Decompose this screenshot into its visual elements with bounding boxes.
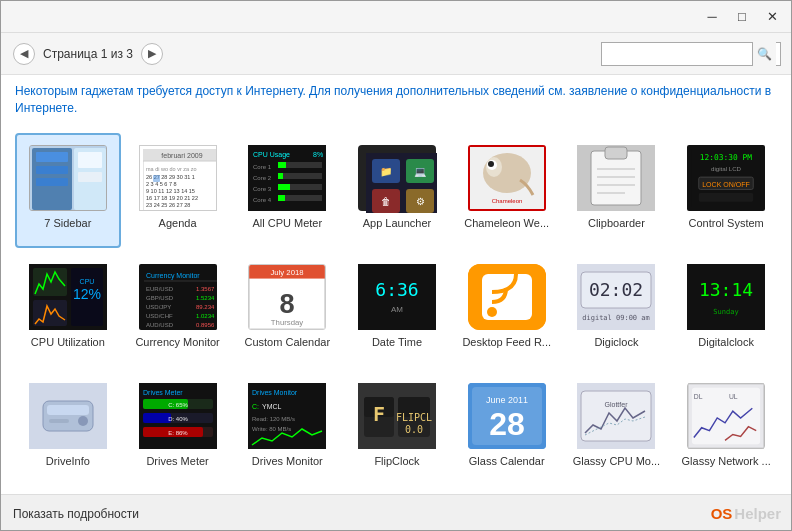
gadget-drives-monitor-label: Drives Monitor <box>252 455 323 468</box>
gadget-digitalclock[interactable]: 13:14 Sunday Digitalclock <box>673 252 779 367</box>
gadget-glassy-cpu[interactable]: Glottfer Glassy CPU Mo... <box>564 371 670 486</box>
title-bar-controls: ─ □ ✕ <box>699 7 785 27</box>
gadget-clipboarder-icon <box>576 143 656 213</box>
svg-text:E: 86%: E: 86% <box>168 430 188 436</box>
svg-text:Thursday: Thursday <box>271 318 303 327</box>
gadget-desktop-feed-icon <box>467 262 547 332</box>
svg-text:2  3  4  5  6  7  8: 2 3 4 5 6 7 8 <box>146 181 177 187</box>
svg-rect-62 <box>699 193 753 202</box>
gadget-app-launcher-label: App Launcher <box>363 217 432 230</box>
gadget-desktop-feed[interactable]: Desktop Feed R... <box>454 252 560 367</box>
gadget-grid: 7 Sidebar februari 2009 ma di wo do vr z… <box>1 125 792 494</box>
gadget-currency-monitor[interactable]: Currency Monitor EUR/USD 1.3567 GBP/USD … <box>125 252 231 367</box>
gadget-glass-cal[interactable]: June 2011 28 Glass Calendar <box>454 371 560 486</box>
svg-text:GBP/USD: GBP/USD <box>146 295 174 301</box>
svg-text:DL: DL <box>694 393 703 400</box>
svg-rect-27 <box>278 173 283 179</box>
svg-text:💻: 💻 <box>414 165 427 178</box>
svg-text:9 10 11 12 13 14 15: 9 10 11 12 13 14 15 <box>146 188 195 194</box>
logo-os-text: OS <box>711 505 733 522</box>
svg-text:0.8956: 0.8956 <box>196 322 215 328</box>
gadget-flipclock-icon: F FLIPCL 0.0 <box>357 381 437 451</box>
gadget-chameleon[interactable]: Chameleon Chameleon We... <box>454 133 560 248</box>
svg-rect-4 <box>36 166 68 174</box>
gadget-chameleon-icon: Chameleon <box>467 143 547 213</box>
gadget-custom-cal-icon: July 2018 8 Thursday <box>247 262 327 332</box>
minimize-button[interactable]: ─ <box>699 7 725 27</box>
search-button[interactable]: 🔍 <box>752 42 776 66</box>
svg-rect-135 <box>581 391 651 441</box>
gadget-date-time-icon: 6:36 AM <box>357 262 437 332</box>
gadget-digiclock[interactable]: 02:02 digital 09:00 am Digiclock <box>564 252 670 367</box>
svg-text:July 2018: July 2018 <box>271 267 304 276</box>
svg-rect-102 <box>47 405 89 415</box>
svg-text:FLIPCL: FLIPCL <box>396 412 432 423</box>
title-bar: ─ □ ✕ <box>1 1 792 33</box>
gadget-control-system-label: Control System <box>689 217 764 230</box>
info-text: Некоторым гаджетам требуется доступ к Ин… <box>15 84 771 115</box>
info-bar: Некоторым гаджетам требуется доступ к Ин… <box>1 75 792 125</box>
svg-rect-30 <box>278 184 290 190</box>
gadget-cpu-util[interactable]: CPU 12% CPU Utilization <box>15 252 121 367</box>
svg-text:EUR/USD: EUR/USD <box>146 286 174 292</box>
gadget-custom-cal[interactable]: July 2018 8 Thursday Custom Calendar <box>234 252 340 367</box>
svg-text:Core 1: Core 1 <box>253 164 272 170</box>
gadget-drives-monitor[interactable]: Drives Monitor C: YMCL Read: 120 MB/s Wr… <box>234 371 340 486</box>
svg-rect-5 <box>36 178 68 186</box>
gadget-flipclock[interactable]: F FLIPCL 0.0 FlipClock <box>344 371 450 486</box>
gadget-currency-monitor-label: Currency Monitor <box>135 336 219 349</box>
svg-rect-26 <box>278 173 322 179</box>
bottom-bar: Показать подробности OS Helper <box>1 494 792 531</box>
svg-text:28: 28 <box>489 406 525 442</box>
gadget-agenda[interactable]: februari 2009 ma di wo do vr za zo 26 27… <box>125 133 231 248</box>
gadget-digitalclock-icon: 13:14 Sunday <box>686 262 766 332</box>
svg-rect-7 <box>78 172 102 182</box>
svg-text:Read: 120 MB/s: Read: 120 MB/s <box>252 416 295 422</box>
gadget-glassy-network[interactable]: DL UL Glassy Network ... <box>673 371 779 486</box>
svg-text:June 2011: June 2011 <box>486 395 528 405</box>
svg-text:89.234: 89.234 <box>196 304 215 310</box>
gadget-control-system[interactable]: 12:03:30 PM digital LCD LOCK ON/OFF Cont… <box>673 133 779 248</box>
svg-text:12:03:30 PM: 12:03:30 PM <box>700 153 753 162</box>
close-button[interactable]: ✕ <box>759 7 785 27</box>
svg-rect-33 <box>278 195 285 201</box>
gadget-date-time[interactable]: 6:36 AM Date Time <box>344 252 450 367</box>
svg-text:Currency Monitor: Currency Monitor <box>146 272 200 280</box>
svg-text:8: 8 <box>280 288 295 319</box>
gadget-flipclock-label: FlipClock <box>374 455 419 468</box>
gadget-app-launcher[interactable]: 📁 🗑 💻 ⚙ App Launcher <box>344 133 450 248</box>
gadgets-window: ─ □ ✕ ◀ Страница 1 из 3 ▶ 🔍 Некоторым га… <box>1 1 792 531</box>
prev-page-button[interactable]: ◀ <box>13 43 35 65</box>
gadget-driveinfo[interactable]: DriveInfo <box>15 371 121 486</box>
gadget-clipboarder[interactable]: Clipboarder <box>564 133 670 248</box>
gadget-drives-meter-label: Drives Meter <box>146 455 208 468</box>
gadget-glassy-cpu-label: Glassy CPU Mo... <box>573 455 660 468</box>
gadget-date-time-label: Date Time <box>372 336 422 349</box>
svg-text:LOCK ON/OFF: LOCK ON/OFF <box>702 180 750 187</box>
svg-text:6:36: 6:36 <box>375 279 418 300</box>
svg-text:Glottfer: Glottfer <box>605 401 629 408</box>
gadget-all-cpu-meter-icon: CPU Usage 8% Core 1 Core 2 Core 3 Core 4 <box>247 143 327 213</box>
svg-rect-104 <box>49 419 69 423</box>
gadget-glassy-network-icon: DL UL <box>686 381 766 451</box>
gadget-7sidebar-label: 7 Sidebar <box>44 217 91 230</box>
show-details-label: Показать подробности <box>13 507 139 521</box>
gadget-drives-meter[interactable]: Drives Meter C: 65% D: 40% E: 86% Drives… <box>125 371 231 486</box>
search-box: 🔍 <box>601 42 781 66</box>
gadget-all-cpu-meter[interactable]: CPU Usage 8% Core 1 Core 2 Core 3 Core 4 <box>234 133 340 248</box>
toolbar: ◀ Страница 1 из 3 ▶ 🔍 <box>1 33 792 75</box>
gadget-7sidebar[interactable]: 7 Sidebar <box>15 133 121 248</box>
svg-text:F: F <box>373 402 385 426</box>
logo-helper-text: Helper <box>734 505 781 522</box>
maximize-button[interactable]: □ <box>729 7 755 27</box>
svg-text:CPU Usage: CPU Usage <box>253 151 290 159</box>
next-page-button[interactable]: ▶ <box>141 43 163 65</box>
gadget-drives-meter-icon: Drives Meter C: 65% D: 40% E: 86% <box>138 381 218 451</box>
gadget-custom-cal-label: Custom Calendar <box>244 336 330 349</box>
search-input[interactable] <box>602 43 752 65</box>
svg-text:1.0234: 1.0234 <box>196 313 215 319</box>
show-details-button[interactable]: Показать подробности <box>13 507 139 521</box>
svg-text:12%: 12% <box>73 286 101 302</box>
gadget-driveinfo-icon <box>28 381 108 451</box>
gadget-desktop-feed-label: Desktop Feed R... <box>462 336 551 349</box>
